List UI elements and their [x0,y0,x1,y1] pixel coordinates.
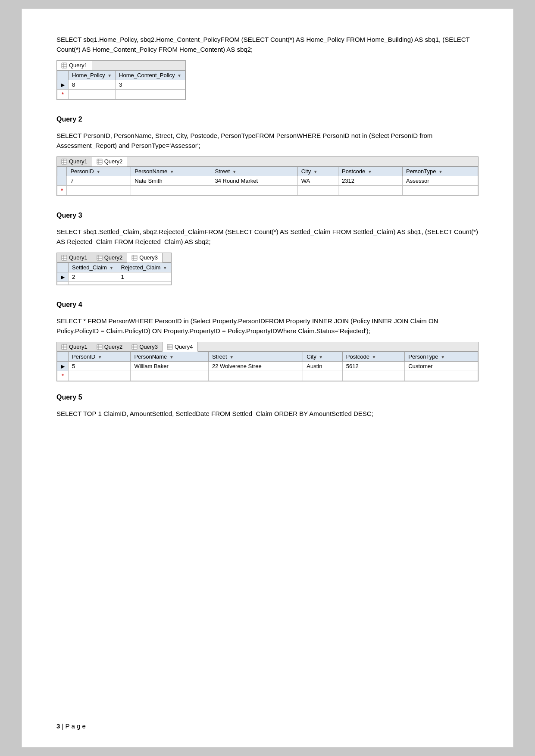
cell-settled-claim: 2 [69,272,117,282]
new-row-selector [57,282,69,285]
new-row-cell1 [69,90,116,100]
query4-tab-bar: Query1 Query2 Query3 [57,342,478,352]
tab-q4-q2-label: Query2 [104,344,123,350]
svg-rect-28 [97,344,102,350]
tab-query4-q2[interactable]: Query2 [92,342,128,351]
col-city[interactable]: City ▼ [297,167,338,176]
svg-rect-12 [62,255,67,260]
new-row-cell4 [297,186,338,196]
new-row-cell6 [405,371,478,381]
row-arrow-cell: ▶ [57,272,69,282]
tab-q4-q3-label: Query3 [139,344,158,350]
tab-query3-q3[interactable]: Query3 [127,253,163,262]
cell-postcode: 5612 [342,362,404,371]
new-row-cell1 [69,282,117,285]
new-row-selector: * [57,371,69,381]
new-row-cell3 [208,371,303,381]
cell-postcode: 2312 [338,176,403,186]
new-row-selector: * [57,90,69,100]
tab-query4-q4[interactable]: Query4 [163,342,198,352]
cell-home-policy: 8 [69,80,116,90]
page-number-value: 3 [56,722,60,730]
query1-table: Home_Policy ▼ Home_Content_Policy ▼ ▶ 8 … [57,70,185,100]
col-personid[interactable]: PersonID ▼ [69,352,131,362]
new-row-cell4 [303,371,342,381]
svg-rect-36 [167,344,172,350]
new-row-cell5 [338,186,403,196]
query2-heading: Query 2 [56,116,479,123]
tab-query3-q1[interactable]: Query1 [57,253,92,262]
table-icon [61,159,67,165]
page-number: 3 | P a g e [56,722,86,730]
tab-q3-q3-label: Query3 [139,254,158,261]
row-selector-header [57,352,69,362]
query4-table: PersonID ▼ PersonName ▼ Street ▼ City ▼ … [57,352,478,381]
query1-tab-bar: Query1 [57,61,185,70]
query1-result: Query1 Home_Policy ▼ Home_Content_Policy… [56,60,186,100]
col-street[interactable]: Street ▼ [208,352,303,362]
cell-personid: 5 [69,362,131,371]
tab-q3-q2-label: Query2 [104,254,123,261]
query4-sql: SELECT * FROM PersonWHERE PersonID in (S… [56,316,479,336]
table-icon [97,255,103,261]
table-new-row: * [57,186,478,196]
tab-query2-q2[interactable]: Query2 [92,157,128,166]
cell-city: Austin [303,362,342,371]
table-row: 7 Nate Smith 34 Round Market WA 2312 Ass… [57,176,478,186]
svg-rect-32 [132,344,137,350]
row-selector-header [57,263,69,272]
tab-q3-q1-label: Query1 [69,254,88,261]
tab-query1-label: Query1 [69,62,88,69]
query4-heading: Query 4 [56,301,479,309]
query2-sql: SELECT PersonID, PersonName, Street, Cit… [56,131,479,150]
col-postcode[interactable]: Postcode ▼ [338,167,403,176]
table-icon [167,344,173,350]
new-row-cell1 [69,371,131,381]
table-new-row: * [57,371,478,381]
tab-query3-q2[interactable]: Query2 [92,253,128,262]
row-selector-header [57,71,69,80]
col-personname[interactable]: PersonName ▼ [131,167,211,176]
col-postcode[interactable]: Postcode ▼ [342,352,404,362]
table-icon [97,159,103,165]
cell-home-content-policy: 3 [116,80,185,90]
cell-persontype: Customer [405,362,478,371]
svg-rect-16 [97,255,102,260]
row-arrow-cell: ▶ [57,80,69,90]
col-street[interactable]: Street ▼ [211,167,297,176]
cell-street: 34 Round Market [211,176,297,186]
tab-query4-q3[interactable]: Query3 [127,342,163,351]
query1-sql: SELECT sbq1.Home_Policy, sbq2.Home_Conte… [56,35,479,54]
tab-q2-q2-label: Query2 [104,158,123,165]
col-settled-claim[interactable]: Settled_Claim ▼ [69,263,117,272]
table-icon [61,344,67,350]
col-persontype[interactable]: PersonType ▼ [403,167,478,176]
table-row: ▶ 8 3 [57,80,185,90]
cell-personid: 7 [67,176,131,186]
cell-rejected-claim: 1 [117,272,171,282]
table-new-row [57,282,171,285]
col-rejected-claim[interactable]: Rejected_Claim ▼ [117,263,171,272]
table-icon [131,255,138,261]
tab-query2-q1[interactable]: Query1 [57,157,92,166]
tab-query1[interactable]: Query1 [57,61,92,70]
table-row: ▶ 5 William Baker 22 Wolverene Stree Aus… [57,362,478,371]
new-row-cell2 [131,186,211,196]
svg-rect-0 [62,63,67,68]
col-personid[interactable]: PersonID ▼ [67,167,131,176]
cell-persontype: Assessor [403,176,478,186]
table-icon [131,344,138,350]
table-row: ▶ 2 1 [57,272,171,282]
row-arrow-cell: ▶ [57,362,69,371]
tab-query4-q1[interactable]: Query1 [57,342,92,351]
col-home-policy[interactable]: Home_Policy ▼ [69,71,116,80]
tab-q2-q1-label: Query1 [69,158,88,165]
col-home-content-policy[interactable]: Home_Content_Policy ▼ [116,71,185,80]
cell-city: WA [297,176,338,186]
svg-rect-24 [62,344,67,350]
col-persontype[interactable]: PersonType ▼ [405,352,478,362]
col-personname[interactable]: PersonName ▼ [131,352,209,362]
col-city[interactable]: City ▼ [303,352,342,362]
query3-sql: SELECT sbq1.Settled_Claim, sbq2.Rejected… [56,227,479,247]
svg-rect-20 [132,255,137,260]
